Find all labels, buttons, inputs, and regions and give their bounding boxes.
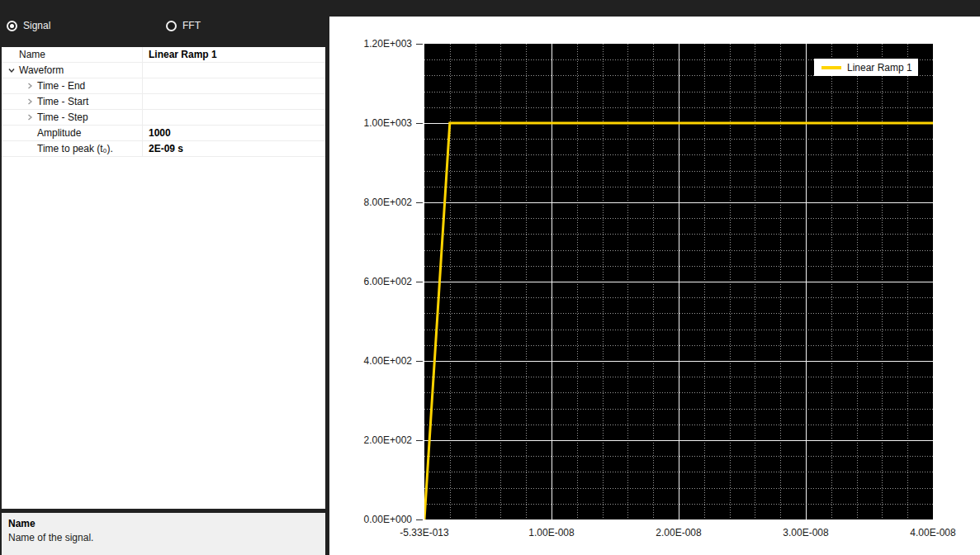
property-value[interactable]: 2E-09 s — [143, 141, 325, 156]
property-label: Name — [19, 49, 45, 60]
property-value[interactable]: Linear Ramp 1 — [143, 47, 325, 62]
property-rows: NameLinear Ramp 1WaveformTime - EndTime … — [2, 47, 325, 157]
property-row[interactable]: Time to peak (t₀).2E-09 s — [2, 141, 325, 157]
chevron-right-icon[interactable] — [22, 97, 37, 106]
property-value[interactable]: 1000 — [143, 126, 325, 140]
plot-svg — [424, 44, 933, 519]
property-label: Waveform — [19, 64, 64, 76]
y-tick-mark — [416, 361, 423, 362]
x-tick-label: -5.33E-013 — [383, 526, 466, 539]
y-tick-label: 6.00E+002 — [334, 275, 412, 288]
property-grid: NameLinear Ramp 1WaveformTime - EndTime … — [2, 47, 325, 509]
description-title: Name — [8, 517, 319, 531]
property-label: Time - End — [37, 80, 85, 92]
y-tick-label: 1.00E+003 — [334, 116, 412, 130]
property-label-cell: Amplitude — [2, 126, 143, 140]
chart-panel: Linear Ramp 1 0.00E+0002.00E+0024.00E+00… — [329, 0, 980, 555]
property-row[interactable]: Waveform — [2, 63, 325, 78]
y-tick-mark — [416, 44, 423, 45]
y-tick-label: 0.00E+000 — [334, 513, 412, 526]
property-label: Amplitude — [37, 127, 81, 139]
y-tick-mark — [416, 440, 423, 441]
property-value[interactable] — [143, 94, 325, 109]
signal-settings-panel: Signal FFT NameLinear Ramp 1WaveformTime… — [0, 0, 329, 555]
property-label-cell: Time - Start — [2, 94, 143, 109]
property-row[interactable]: Time - Start — [2, 94, 325, 110]
y-tick-label: 1.20E+003 — [334, 37, 412, 50]
radio-unselected-icon[interactable] — [166, 21, 177, 31]
property-value[interactable] — [143, 63, 325, 78]
property-label-cell: Name — [2, 47, 143, 62]
property-label-cell: Time - End — [2, 78, 143, 93]
description-body: Name of the signal. — [8, 531, 319, 545]
property-label-cell: Time to peak (t₀). — [2, 141, 143, 156]
fft-radio-label: FFT — [182, 20, 201, 31]
y-tick-mark — [416, 282, 423, 282]
y-tick-mark — [416, 123, 423, 124]
plot-area: Linear Ramp 1 — [424, 44, 933, 519]
property-row[interactable]: Amplitude1000 — [2, 126, 325, 141]
property-label-cell: Time - Step — [2, 110, 143, 125]
property-row[interactable]: Time - End — [2, 78, 325, 94]
chart-header-bar — [329, 0, 980, 17]
signal-radio-label: Signal — [23, 20, 50, 31]
x-tick-label: 4.00E-008 — [892, 526, 974, 539]
fft-radio[interactable]: FFT — [166, 20, 201, 31]
property-value[interactable] — [143, 78, 325, 93]
property-value[interactable] — [143, 110, 325, 125]
x-tick-label: 3.00E-008 — [765, 526, 847, 539]
legend: Linear Ramp 1 — [814, 59, 918, 76]
y-tick-mark — [416, 202, 423, 203]
legend-label: Linear Ramp 1 — [847, 62, 912, 74]
y-tick-label: 2.00E+002 — [334, 434, 412, 447]
property-label: Time - Step — [37, 111, 88, 123]
y-tick-mark — [416, 519, 423, 520]
property-label-cell: Waveform — [2, 63, 143, 78]
chevron-right-icon[interactable] — [22, 113, 37, 121]
property-description: Name Name of the signal. — [2, 513, 325, 555]
y-tick-label: 4.00E+002 — [334, 354, 412, 368]
chevron-down-icon[interactable] — [4, 66, 19, 74]
signal-radio[interactable]: Signal — [7, 20, 50, 31]
property-row[interactable]: NameLinear Ramp 1 — [2, 47, 325, 63]
x-tick-label: 1.00E-008 — [510, 526, 593, 539]
property-label: Time - Start — [37, 96, 88, 107]
radio-selected-icon[interactable] — [7, 21, 17, 31]
chevron-right-icon[interactable] — [22, 82, 37, 90]
y-tick-label: 8.00E+002 — [334, 196, 412, 209]
legend-color-swatch — [821, 66, 841, 69]
property-label: Time to peak (t₀). — [37, 143, 113, 154]
x-tick-label: 2.00E-008 — [637, 526, 720, 539]
property-row[interactable]: Time - Step — [2, 110, 325, 126]
signal-editor-window: Signal FFT NameLinear Ramp 1WaveformTime… — [0, 0, 980, 555]
